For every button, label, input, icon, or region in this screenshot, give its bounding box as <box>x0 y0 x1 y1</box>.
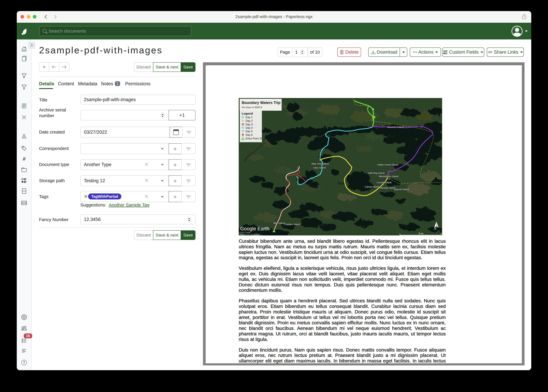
svg-text:Canoe Island: Canoe Island <box>365 186 379 188</box>
svg-text:Day 3: Day 3 <box>245 123 252 126</box>
svg-text:Squirrel Island: Squirrel Island <box>394 188 409 191</box>
svg-text:3 mi: 3 mi <box>418 232 423 235</box>
svg-text:© 2017 Google: © 2017 Google <box>240 231 251 233</box>
svg-text:Day 2: Day 2 <box>245 119 252 122</box>
svg-text:Indian Grave Island: Indian Grave Island <box>377 163 398 166</box>
svg-text:Lincoln Island: Lincoln Island <box>377 181 391 184</box>
svg-text:Norway Island: Norway Island <box>380 187 395 189</box>
svg-text:Half Dog Island: Half Dog Island <box>368 172 384 174</box>
svg-text:Entry Point 24: Entry Point 24 <box>245 137 262 140</box>
svg-text:New York Island: New York Island <box>311 162 329 165</box>
svg-text:Gary Island: Gary Island <box>313 166 326 169</box>
svg-text:Charlies Island: Charlies Island <box>284 223 300 226</box>
svg-text:Washington Island: Washington Island <box>379 175 398 178</box>
svg-text:Google Earth: Google Earth <box>240 226 269 231</box>
svg-text:Hausons Island: Hausons Island <box>387 126 404 128</box>
svg-text:Boundary Waters Trip: Boundary Waters Trip <box>242 101 281 105</box>
svg-text:Text: Text <box>337 181 345 186</box>
svg-text:N: N <box>434 227 437 231</box>
svg-text:Mile Island: Mile Island <box>274 222 285 224</box>
svg-text:Day 6: Day 6 <box>245 133 252 136</box>
svg-text:Day 4: Day 4 <box>245 126 252 129</box>
svg-text:Image © 2017 DigitalGlobe: Image © 2017 DigitalGlobe <box>240 234 259 235</box>
svg-text:Day 1: Day 1 <box>245 116 252 119</box>
svg-text:Legend: Legend <box>242 112 253 115</box>
svg-text:Six days in BWCA: Six days in BWCA <box>242 106 262 109</box>
svg-text:Day 5: Day 5 <box>245 130 252 133</box>
